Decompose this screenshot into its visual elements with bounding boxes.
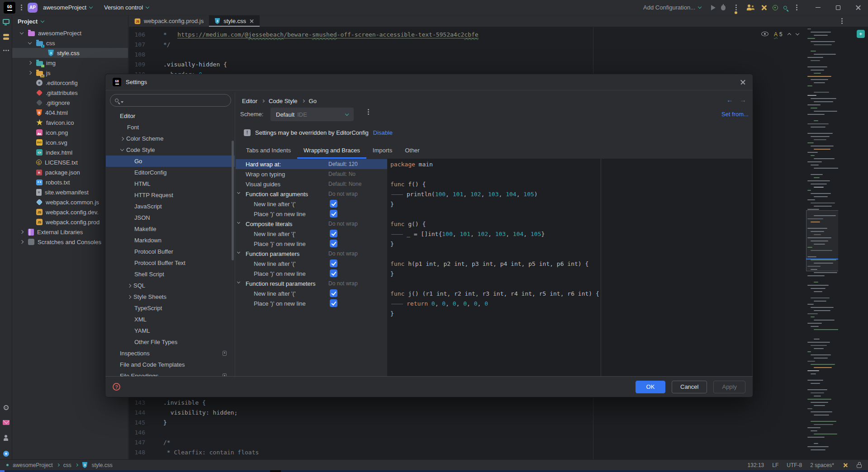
settings-item-color-scheme[interactable]: Color Scheme — [106, 133, 235, 144]
close-window-icon[interactable] — [856, 5, 861, 10]
tab-style-css[interactable]: style.css — [209, 15, 260, 27]
setting-place-on-new-line[interactable]: Place ')' on new line — [236, 269, 387, 278]
prev-problem-icon[interactable] — [787, 33, 791, 36]
run-config-selector[interactable]: Add Configuration... — [643, 4, 701, 11]
breadcrumb-item[interactable]: style.css — [92, 462, 113, 468]
more-tools-icon[interactable] — [5, 50, 7, 51]
setting-function-result-parameters[interactable]: Function result parametersDo not wrap — [236, 278, 387, 288]
tree-item-style-css[interactable]: style.css — [12, 48, 128, 58]
chevron-closed-icon[interactable] — [19, 241, 25, 243]
settings-item-font[interactable]: Font — [106, 122, 235, 133]
breadcrumb-item[interactable]: css — [63, 462, 71, 468]
tree-item-awesomeproject[interactable]: awesomeProject — [12, 28, 128, 38]
chevron-open-icon[interactable] — [237, 191, 240, 194]
scheme-select[interactable]: Default IDE — [270, 108, 354, 121]
back-icon[interactable] — [726, 96, 733, 104]
chevron-closed-icon[interactable] — [128, 295, 131, 298]
chevron-open-icon[interactable] — [120, 147, 124, 151]
mail-icon[interactable] — [3, 420, 9, 425]
setting-new-line-after[interactable]: New line after '(' — [236, 288, 387, 298]
checkbox[interactable] — [330, 210, 337, 217]
search-input[interactable] — [126, 97, 226, 104]
setting-new-line-after[interactable]: New line after '(' — [236, 259, 387, 269]
setting-place-on-new-line[interactable]: Place ')' on new line — [236, 209, 387, 219]
more-actions-icon[interactable] — [735, 7, 737, 8]
checkbox[interactable] — [330, 269, 337, 277]
chevron-open-icon[interactable] — [237, 221, 240, 224]
settings-item-http-request[interactable]: HTTP Request — [106, 189, 235, 201]
checkbox[interactable] — [330, 240, 337, 247]
breadcrumb-item[interactable]: awesomeProject — [13, 462, 53, 468]
setting-place-on-new-line[interactable]: Place ')' on new line — [236, 298, 387, 308]
build-tools-icon[interactable] — [843, 463, 848, 467]
build-tools-icon[interactable] — [761, 5, 767, 11]
settings-item-protocol-buffer-text[interactable]: Protocol Buffer Text — [106, 257, 235, 269]
status-item[interactable]: 2 spaces* — [810, 462, 834, 468]
search-everywhere-icon[interactable] — [783, 6, 787, 9]
disable-link[interactable]: Disable — [373, 129, 393, 136]
notification-icon[interactable] — [857, 30, 865, 38]
tree-item-css[interactable]: css — [12, 38, 128, 48]
settings-item-html[interactable]: HTML — [106, 178, 235, 189]
services-icon[interactable] — [3, 451, 9, 457]
commit-tool-icon[interactable] — [3, 34, 9, 36]
chevron-closed-icon[interactable] — [128, 283, 131, 287]
settings-item-inspections[interactable]: Inspections — [106, 348, 235, 359]
close-tab-icon[interactable] — [250, 19, 253, 23]
vcs-selector[interactable]: Version control — [104, 4, 149, 11]
project-selector[interactable]: awesomeProject — [43, 4, 92, 11]
chevron-open-icon[interactable] — [237, 280, 240, 283]
set-from-link[interactable]: Set from... — [721, 111, 749, 118]
tab-wrapping-and-braces[interactable]: Wrapping and Braces — [297, 143, 366, 159]
tab-tabs-and-indents[interactable]: Tabs and Indents — [240, 143, 297, 159]
settings-item-go[interactable]: Go — [106, 156, 235, 167]
status-item[interactable]: 132:13 — [748, 462, 764, 468]
chevron-closed-icon[interactable] — [27, 61, 33, 64]
settings-gear-icon[interactable] — [4, 405, 9, 410]
breadcrumb-item[interactable]: Code Style — [269, 98, 298, 104]
tab-imports[interactable]: Imports — [366, 143, 398, 159]
setting-composite-literals[interactable]: Composite literalsDo not wrap — [236, 219, 387, 229]
tab-other[interactable]: Other — [398, 143, 426, 159]
checkbox[interactable] — [330, 230, 337, 237]
lock-icon[interactable] — [857, 464, 862, 468]
chevron-open-icon[interactable] — [237, 250, 240, 254]
breadcrumb-item[interactable]: Editor — [242, 98, 257, 104]
setting-place-on-new-line[interactable]: Place '}' on new line — [236, 239, 387, 249]
setting-hard-wrap-at[interactable]: Hard wrap at:Default: 120 — [236, 159, 387, 169]
setting-wrap-on-typing[interactable]: Wrap on typingDefault: No — [236, 169, 387, 179]
next-problem-icon[interactable] — [795, 31, 799, 35]
settings-item-makefile[interactable]: Makefile — [106, 223, 235, 235]
tree-item-img[interactable]: img — [12, 58, 128, 68]
minimize-icon[interactable] — [816, 7, 821, 8]
chevron-closed-icon[interactable] — [19, 231, 25, 233]
help-icon[interactable]: ? — [113, 383, 120, 391]
chevron-closed-icon[interactable] — [120, 137, 124, 140]
minimap[interactable] — [806, 27, 839, 459]
checkbox[interactable] — [330, 260, 337, 267]
settings-item-editorconfig[interactable]: EditorConfig — [106, 167, 235, 178]
project-tool-icon[interactable] — [3, 19, 9, 24]
chevron-open-icon[interactable] — [27, 42, 33, 44]
ok-button[interactable]: OK — [636, 381, 665, 393]
tab-options-icon[interactable] — [841, 20, 843, 22]
settings-item-markdown[interactable]: Markdown — [106, 235, 235, 246]
chevron-open-icon[interactable] — [19, 33, 25, 34]
collaborators-icon[interactable] — [747, 5, 755, 10]
cancel-button[interactable]: Cancel — [672, 381, 707, 393]
checkbox[interactable] — [330, 200, 337, 208]
setting-function-call-arguments[interactable]: Function call argumentsDo not wrap — [236, 189, 387, 199]
settings-item-json[interactable]: JSON — [106, 212, 235, 223]
settings-item-javascript[interactable]: JavaScript — [106, 201, 235, 212]
forward-icon[interactable] — [740, 96, 746, 104]
typo-count[interactable]: 5 — [774, 31, 783, 38]
setting-new-line-after[interactable]: New line after '{' — [236, 229, 387, 239]
settings-item-sql[interactable]: SQL — [106, 280, 235, 291]
status-item[interactable]: UTF-8 — [787, 462, 802, 468]
settings-item-other-file-types[interactable]: Other File Types — [106, 336, 235, 348]
tab-webpack-config-prod-js[interactable]: webpack.config.prod.js — [129, 15, 209, 27]
chevron-closed-icon[interactable] — [27, 71, 33, 74]
settings-item-style-sheets[interactable]: Style Sheets — [106, 291, 235, 302]
settings-search[interactable] — [110, 94, 231, 107]
settings-item-editor[interactable]: Editor — [106, 110, 235, 122]
